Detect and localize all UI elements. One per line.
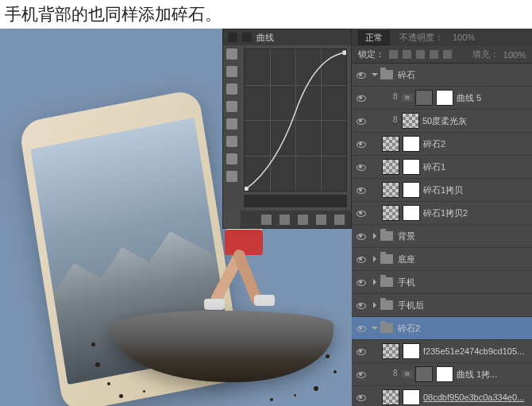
layer-thumbnail[interactable] (382, 389, 399, 405)
layers-list[interactable]: 碎石fx曲线 550度柔光灰碎石2碎石1碎石1拷贝碎石1拷贝2背景底座手机手机后… (352, 64, 532, 406)
visibility-toggle-icon[interactable] (355, 207, 366, 218)
disclosure-down-icon[interactable] (371, 324, 379, 332)
visibility-toggle-icon[interactable] (355, 369, 366, 380)
layer-thumbnail[interactable] (415, 90, 433, 106)
layer-row[interactable]: 手机 (352, 271, 532, 294)
visibility-toggle-icon[interactable] (355, 323, 366, 334)
layer-row[interactable]: fx曲线 5 (352, 87, 532, 110)
layer-thumbnail[interactable] (382, 343, 399, 359)
layer-name-label[interactable]: 底座 (398, 253, 532, 265)
visibility-toggle-icon[interactable] (355, 161, 366, 172)
eye-icon[interactable] (279, 215, 290, 225)
layer-thumbnail[interactable] (382, 205, 399, 221)
visibility-toggle-icon[interactable] (355, 392, 366, 403)
lock-image-icon[interactable] (403, 50, 411, 59)
layer-name-label[interactable]: 碎石1拷贝2 (423, 207, 532, 219)
layer-thumbnail[interactable] (402, 113, 419, 129)
adjustment-icon[interactable]: fx (402, 370, 413, 378)
layer-name-label[interactable]: 碎石1拷贝 (423, 184, 532, 196)
layer-row[interactable]: 碎石1拷贝2 (352, 202, 532, 225)
mask-thumbnail[interactable] (403, 182, 420, 198)
layer-row[interactable]: 碎石1拷贝 (352, 179, 532, 202)
layer-name-label[interactable]: 50度柔光灰 (422, 115, 532, 127)
mask-thumbnail[interactable] (436, 90, 453, 106)
lock-position-icon[interactable] (416, 50, 425, 59)
sample-tool-icon[interactable] (226, 66, 237, 77)
layer-name-label[interactable]: 曲线 1拷... (457, 369, 532, 381)
disclosure-right-icon[interactable] (371, 255, 379, 263)
trash-icon[interactable] (334, 215, 345, 225)
mask-thumbnail[interactable] (436, 366, 453, 382)
lock-artboard-icon[interactable] (430, 50, 438, 59)
opacity-value[interactable]: 100% (453, 33, 475, 42)
layer-name-label[interactable]: 碎石1 (423, 161, 532, 173)
disclosure-right-icon[interactable] (371, 301, 379, 309)
curves-graph[interactable] (244, 48, 347, 191)
layer-name-label[interactable]: 碎石2 (398, 323, 532, 334)
layer-row[interactable]: 底座 (352, 248, 532, 271)
layer-row[interactable]: fx曲线 1拷... (352, 363, 532, 386)
layer-row[interactable]: 碎石2 (352, 317, 532, 340)
curve-line[interactable] (245, 49, 346, 191)
layer-row[interactable]: 碎石 (352, 64, 532, 87)
layer-row[interactable]: 50度柔光灰 (352, 110, 532, 133)
visibility-toggle-icon[interactable] (355, 253, 366, 265)
layer-thumbnail[interactable] (382, 136, 399, 152)
eyedropper-white-icon[interactable] (226, 136, 237, 147)
layer-row[interactable]: 背景 (352, 225, 532, 248)
layer-thumbnail[interactable] (382, 159, 399, 175)
visibility-toggle-icon[interactable] (355, 69, 366, 80)
layer-name-label[interactable]: 曲线 5 (457, 92, 532, 104)
curves-tab-icon[interactable] (242, 33, 252, 42)
visibility-toggle-icon[interactable] (355, 184, 366, 195)
visibility-toggle-icon[interactable] (355, 92, 366, 103)
eyedropper-black-icon[interactable] (226, 171, 237, 182)
layer-name-label[interactable]: f235e51e2474cb9cd105... (423, 346, 532, 356)
lock-all-icon[interactable] (443, 50, 452, 59)
layer-name-label[interactable]: 背景 (398, 230, 532, 242)
visibility-toggle-icon[interactable] (355, 346, 366, 357)
layer-row[interactable]: 手机后 (352, 294, 532, 317)
blend-mode-select[interactable]: 正常 (358, 30, 390, 45)
smooth-tool-icon[interactable] (226, 118, 237, 130)
mask-thumbnail[interactable] (403, 205, 420, 221)
mask-thumbnail[interactable] (403, 389, 420, 405)
layer-name-label[interactable]: 手机 (398, 276, 532, 288)
layer-thumbnail[interactable] (382, 182, 399, 198)
layer-thumbnail[interactable] (415, 366, 433, 382)
visibility-toggle-icon[interactable] (355, 300, 366, 311)
pencil-tool-icon[interactable] (226, 101, 237, 112)
curve-tool-icon[interactable] (226, 83, 237, 95)
lock-transparent-icon[interactable] (389, 50, 398, 59)
layer-name-label[interactable]: 碎石2 (423, 138, 532, 150)
disclosure-right-icon[interactable] (371, 232, 379, 240)
layer-row[interactable]: f235e51e2474cb9cd105... (352, 340, 532, 363)
visibility-toggle-icon[interactable] (355, 115, 366, 126)
layer-name-label[interactable]: 08cdbf950e3bc0a334e0... (423, 392, 532, 402)
fill-value[interactable]: 100% (503, 50, 526, 60)
curves-panel[interactable]: 曲线 (222, 29, 352, 229)
mask-thumbnail[interactable] (403, 343, 420, 359)
disclosure-down-icon[interactable] (371, 71, 379, 79)
layer-name-label[interactable]: 碎石 (398, 69, 532, 81)
debris-particle (91, 342, 95, 346)
visibility-toggle-icon[interactable] (355, 276, 366, 288)
hand-tool-icon[interactable] (226, 48, 237, 60)
visibility-toggle-icon[interactable] (355, 230, 366, 242)
disclosure-right-icon[interactable] (371, 278, 379, 286)
mask-thumbnail[interactable] (403, 136, 420, 152)
layer-row[interactable]: 08cdbf950e3bc0a334e0... (352, 386, 532, 406)
visibility-toggle-icon[interactable] (355, 138, 366, 149)
layer-name-label[interactable]: 手机后 (398, 300, 532, 311)
previous-icon[interactable] (316, 215, 326, 225)
reset-icon[interactable] (298, 215, 308, 225)
layer-row[interactable]: 碎石1 (352, 156, 532, 179)
adjustment-icon[interactable]: fx (402, 94, 413, 102)
mask-thumbnail[interactable] (403, 159, 420, 175)
curves-tab-icon[interactable] (228, 33, 237, 42)
eyedropper-gray-icon[interactable] (226, 153, 237, 164)
layer-row[interactable]: 碎石2 (352, 133, 532, 156)
layers-options-bar: 正常 不透明度： 100% (352, 29, 532, 46)
clip-icon[interactable] (261, 215, 272, 225)
folder-icon (380, 70, 393, 79)
